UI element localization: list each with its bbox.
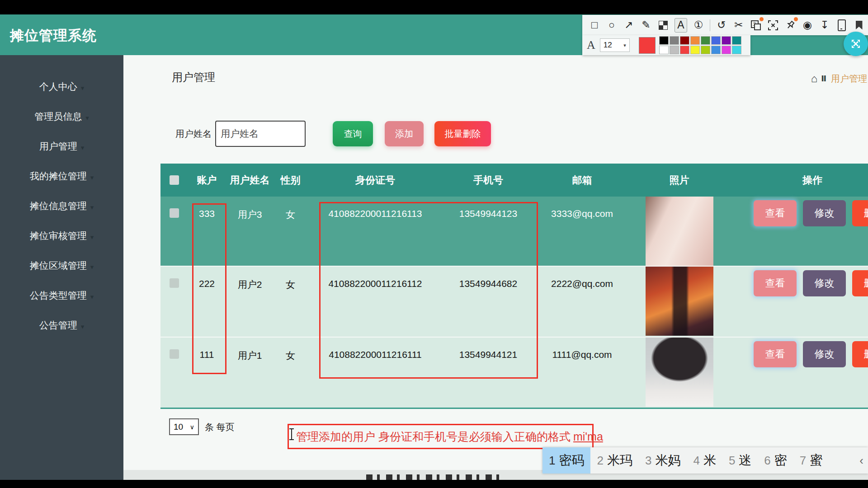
palette-color[interactable]: [732, 46, 741, 54]
cell-name: 用户1: [226, 338, 274, 408]
letterbox-top: [0, 0, 868, 14]
delete-button[interactable]: 删除: [852, 341, 868, 367]
palette-color[interactable]: [722, 36, 731, 45]
ime-candidate[interactable]: 4 米: [687, 447, 722, 474]
page-size-select[interactable]: 10 ∨: [169, 418, 199, 435]
ime-more-arrow[interactable]: ‹: [859, 454, 863, 468]
sidebar-item-label: 摊位区域管理: [30, 259, 87, 272]
row-checkbox[interactable]: [170, 349, 179, 359]
palette-color[interactable]: [670, 46, 679, 54]
ime-candidate[interactable]: 7 蜜: [793, 447, 829, 474]
sidebar-item-admin-info[interactable]: 管理员信息 ▾: [0, 102, 123, 131]
cell-name: 用户2: [226, 267, 274, 337]
ime-candidate[interactable]: 6 密: [758, 447, 793, 474]
undo-tool-icon[interactable]: ↺: [716, 19, 727, 32]
cell-idcard: 410882200011216113: [307, 197, 443, 266]
sidebar-item-stall-area[interactable]: 摊位区域管理 ▾: [0, 251, 123, 281]
palette-color[interactable]: [701, 46, 710, 54]
annotation-toolbar: □ ○ ↗ ✎ A ① ↺ ✂ 文: [582, 15, 868, 35]
ocr-tool-icon[interactable]: [767, 19, 779, 32]
palette-color[interactable]: [701, 36, 710, 45]
row-checkbox[interactable]: [170, 278, 179, 288]
view-button[interactable]: 查看: [754, 341, 797, 367]
sidebar-item-label: 个人中心: [39, 80, 77, 93]
sidebar-item-notice-management[interactable]: 公告管理 ▾: [0, 310, 123, 340]
ime-candidate-text: 迷: [739, 452, 751, 469]
view-button[interactable]: 查看: [754, 200, 797, 226]
chevron-down-icon: ▾: [85, 114, 89, 122]
row-checkbox[interactable]: [170, 208, 179, 218]
rect-tool-icon[interactable]: □: [589, 19, 600, 32]
palette-color[interactable]: [722, 46, 731, 54]
ime-candidate[interactable]: 5 迷: [722, 447, 758, 474]
current-color-swatch[interactable]: [639, 37, 656, 54]
palette-color[interactable]: [732, 36, 741, 45]
edit-button[interactable]: 修改: [803, 341, 846, 367]
palette-color[interactable]: [670, 36, 679, 45]
delete-button[interactable]: 删除: [852, 200, 868, 226]
table-row: 333 用户3 女 410882200011216113 13549944123…: [160, 197, 868, 266]
pen-tool-icon[interactable]: ✎: [640, 19, 652, 32]
chevron-down-icon: ▾: [81, 323, 85, 331]
cell-gender: 女: [274, 338, 307, 408]
pin-tool-icon[interactable]: [784, 19, 796, 32]
cut-tool-icon[interactable]: ✂: [733, 19, 745, 32]
table-header-row: 账户 用户姓名 性别 身份证号 手机号 邮箱 照片 操作: [160, 164, 868, 197]
search-input[interactable]: [215, 121, 306, 147]
search-row: 用户姓名 查询 添加 批量删除: [175, 121, 491, 147]
edit-button[interactable]: 修改: [803, 270, 846, 296]
ime-candidate-num: 3: [645, 454, 651, 468]
clipped-text-fragment: [366, 474, 502, 480]
batch-delete-button[interactable]: 批量删除: [434, 121, 491, 146]
main-content: 用户管理 ⌂ Ⅱ 用户管理 用户姓名 查询 添加 批量删除 账户 用户姓名 性别…: [123, 55, 868, 480]
view-button[interactable]: 查看: [754, 270, 797, 296]
palette-color[interactable]: [690, 36, 700, 45]
sidebar-item-my-stall[interactable]: 我的摊位管理 ▾: [0, 161, 123, 191]
col-header-name: 用户姓名: [226, 174, 274, 187]
translate-tool-icon[interactable]: 文: [750, 19, 762, 32]
breadcrumb-current[interactable]: 用户管理: [831, 73, 867, 85]
ime-candidate[interactable]: 2 米玛: [590, 447, 638, 474]
edit-button[interactable]: 修改: [803, 200, 846, 226]
ime-candidate[interactable]: 1 密码: [542, 447, 590, 474]
palette-color[interactable]: [690, 46, 700, 54]
user-photo: [646, 267, 713, 336]
font-size-select[interactable]: 12 ▾: [600, 38, 630, 52]
arrow-tool-icon[interactable]: ↗: [623, 19, 635, 32]
notification-dot: [794, 17, 798, 21]
text-tool-icon[interactable]: A: [675, 18, 687, 33]
app-title: 摊位管理系统: [10, 26, 97, 45]
download-tool-icon[interactable]: ↧: [819, 19, 830, 32]
sidebar-item-personal-center[interactable]: 个人中心 ▾: [0, 72, 123, 102]
close-toolbar-button[interactable]: [844, 32, 868, 56]
phone-tool-icon[interactable]: [836, 19, 848, 32]
phone-glyph: [838, 19, 846, 31]
sidebar-item-stall-review[interactable]: 摊位审核管理 ▾: [0, 221, 123, 251]
palette-color[interactable]: [680, 36, 689, 45]
sidebar-item-notice-type[interactable]: 公告类型管理 ▾: [0, 281, 123, 310]
ime-candidate-text: 蜜: [810, 452, 822, 469]
palette-color[interactable]: [680, 46, 689, 54]
add-button[interactable]: 添加: [385, 121, 424, 146]
record-tool-icon[interactable]: ◉: [802, 19, 813, 32]
sidebar-item-label: 摊位信息管理: [30, 200, 87, 212]
step-number-tool-icon[interactable]: ①: [693, 19, 704, 32]
select-all-checkbox[interactable]: [170, 175, 179, 185]
palette-color[interactable]: [659, 46, 669, 54]
chevron-down-icon: ▾: [90, 203, 94, 211]
sidebar-item-stall-info[interactable]: 摊位信息管理 ▾: [0, 191, 123, 221]
ime-candidate[interactable]: 3 米妈: [639, 447, 687, 474]
palette-color[interactable]: [659, 36, 669, 45]
bookmark-tool-icon[interactable]: [853, 19, 865, 32]
bookmark-glyph: [856, 21, 863, 30]
query-button[interactable]: 查询: [333, 121, 373, 146]
palette-color[interactable]: [711, 46, 721, 54]
palette-color[interactable]: [711, 36, 721, 45]
mosaic-tool-icon[interactable]: [657, 19, 669, 32]
ellipse-tool-icon[interactable]: ○: [606, 19, 618, 32]
delete-button[interactable]: 删除: [852, 270, 868, 296]
page-size-value: 10: [174, 422, 183, 432]
home-icon[interactable]: ⌂: [811, 72, 818, 85]
sidebar-item-user-management[interactable]: 用户管理 ▾: [0, 131, 123, 161]
breadcrumb-separator: Ⅱ: [821, 74, 826, 84]
